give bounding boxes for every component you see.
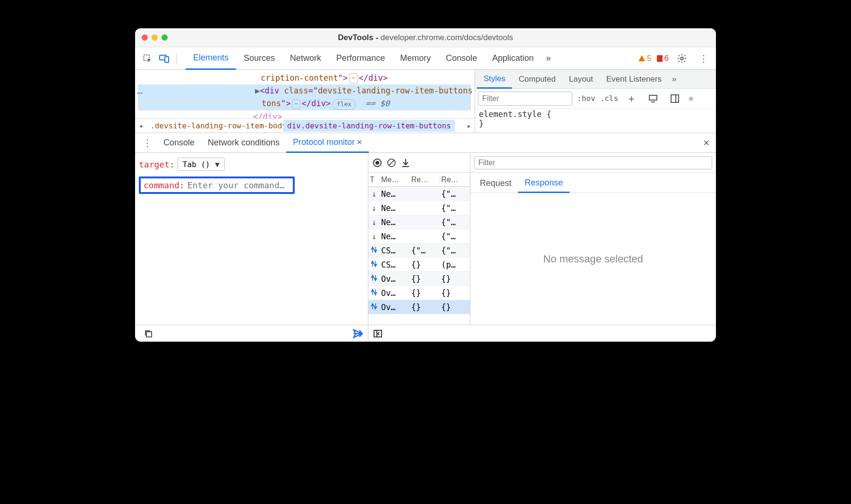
copy-icon[interactable] [142,327,155,340]
kebab-menu-icon[interactable]: ⋮ [695,53,712,64]
minimize-window-button[interactable] [152,34,158,41]
tab-event-listeners[interactable]: Event Listeners [600,70,668,89]
svg-rect-5 [649,95,657,100]
direction-icon: ↓ [368,203,380,213]
titlebar: DevTools - developer.chrome.com/docs/dev… [135,28,716,47]
table-row[interactable]: ↓Ne…{"… [368,229,470,244]
warnings-count: 5 [647,54,651,63]
toggle-left-sidebar-icon[interactable] [371,327,384,340]
protocol-monitor-body: target: Tab () ▼ command: [135,153,716,325]
cell-response: {"… [440,203,470,213]
flex-badge[interactable]: flex [332,99,356,110]
col-request[interactable]: Re… [410,176,440,184]
drawer-tab-console[interactable]: Console [157,133,201,153]
table-row[interactable]: ↓Ne…{"… [368,201,470,215]
direction-icon [368,246,380,255]
collapsed-icon[interactable]: ⋯ [292,99,300,109]
warnings-badge[interactable]: 5 [638,54,651,63]
close-window-button[interactable] [142,34,148,41]
selected-marker: == $0 [366,99,390,108]
cell-response: (p… [440,260,470,269]
tab-computed[interactable]: Computed [512,70,562,89]
protocol-filter-input[interactable] [474,156,712,169]
tab-memory[interactable]: Memory [392,47,438,70]
tab-sources[interactable]: Sources [236,47,282,70]
dom-line-selected-cont[interactable]: tons">⋯</div>flex == $0 [138,97,471,110]
table-row[interactable]: ↓Ne…{"… [368,215,470,229]
styles-filter-input[interactable] [478,92,572,106]
protocol-messages-pane: T Me… Re… Re… ↓Ne…{"…↓Ne…{"…↓Ne…{"…↓Ne…{… [368,153,470,325]
protocol-message-table[interactable]: T Me… Re… Re… ↓Ne…{"…↓Ne…{"…↓Ne…{"…↓Ne…{… [368,173,470,325]
record-icon[interactable] [371,157,383,169]
settings-icon[interactable] [675,52,689,65]
command-input[interactable] [187,180,297,190]
tab-console[interactable]: Console [438,47,485,70]
breadcrumb-right-icon[interactable]: ▸ [463,121,475,130]
svg-rect-3 [657,55,663,62]
direction-icon [368,274,380,284]
table-row[interactable]: CS…{}(p… [368,258,470,272]
cell-response: {} [440,274,470,284]
dom-tree[interactable]: … cription-content">⋯</div> ▶<div class=… [135,70,475,118]
drawer-tab-network-conditions[interactable]: Network conditions [201,133,286,153]
styles-tabs-overflow-icon[interactable]: » [668,70,680,89]
svg-line-11 [389,160,394,166]
window-controls [142,34,168,41]
direction-icon: ↓ [368,218,380,227]
errors-badge[interactable]: 6 [656,54,669,63]
col-type[interactable]: T [368,176,380,184]
command-input-box[interactable]: command: [139,176,295,194]
device-toolbar-icon[interactable] [158,52,171,65]
tab-layout[interactable]: Layout [562,70,600,89]
inspect-element-icon[interactable] [141,52,154,65]
computed-sidebar-icon[interactable] [668,92,681,105]
drawer: ⋮ Console Network conditions Protocol mo… [135,133,716,342]
collapsed-icon[interactable]: ⋯ [349,73,357,83]
cls-toggle[interactable]: .cls [600,94,619,103]
zoom-window-button[interactable] [162,34,168,41]
table-row[interactable]: CS…{"…{"… [368,244,470,258]
tab-request[interactable]: Request [473,174,518,193]
tab-response[interactable]: Response [518,174,570,193]
flexbox-editor-icon[interactable] [647,92,660,105]
tab-performance[interactable]: Performance [329,47,392,70]
styles-pane: Styles Computed Layout Event Listeners »… [475,70,716,133]
target-select[interactable]: Tab () ▼ [178,158,225,171]
dom-line[interactable]: cription-content">⋯</div> [138,72,471,84]
tabs-overflow-icon[interactable]: » [541,47,555,70]
new-style-rule-icon[interactable]: ＋ [625,92,638,105]
tab-styles[interactable]: Styles [477,70,512,89]
send-icon[interactable] [353,329,363,338]
close-tab-icon[interactable]: × [357,137,362,148]
breadcrumb-left-icon[interactable]: ◂ [135,121,146,130]
cell-method: CS… [380,260,410,269]
drawer-tab-protocol-monitor[interactable]: Protocol monitor × [286,133,369,153]
cell-request: {} [410,288,440,298]
cell-request: {} [410,302,440,312]
dom-line[interactable]: </div> [138,110,471,118]
cell-method: Ov… [380,302,410,312]
tab-network[interactable]: Network [282,47,329,70]
table-row[interactable]: Ov…{}{} [368,286,470,300]
styles-rules[interactable]: element.style { } [475,109,716,129]
drawer-tabs: ⋮ Console Network conditions Protocol mo… [135,133,716,153]
window-title: DevTools - developer.chrome.com/docs/dev… [135,33,716,42]
target-label: target: [139,160,175,169]
col-method[interactable]: Me… [380,176,410,184]
col-response[interactable]: Re… [440,176,470,184]
tab-application[interactable]: Application [485,47,541,70]
close-drawer-icon[interactable]: × [703,137,713,149]
tab-elements[interactable]: Elements [186,47,236,70]
panel-tabs: Elements Sources Network Performance Mem… [186,47,555,70]
dom-line-selected[interactable]: ▶<div class="devsite-landing-row-item-bu… [138,84,471,97]
cell-request: {} [410,260,440,269]
clear-icon[interactable] [385,157,398,169]
table-row[interactable]: Ov…{}{} [368,272,470,286]
download-icon[interactable] [400,157,412,169]
table-row[interactable]: Ov…{}{} [368,300,470,314]
breadcrumb-item[interactable]: .devsite-landing-row-item-body [146,120,283,132]
table-row[interactable]: ↓Ne…{"… [368,187,470,201]
hov-toggle[interactable]: :hov [577,94,596,103]
breadcrumb-item-active[interactable]: div.devsite-landing-row-item-buttons [283,120,455,132]
drawer-menu-icon[interactable]: ⋮ [138,137,157,149]
